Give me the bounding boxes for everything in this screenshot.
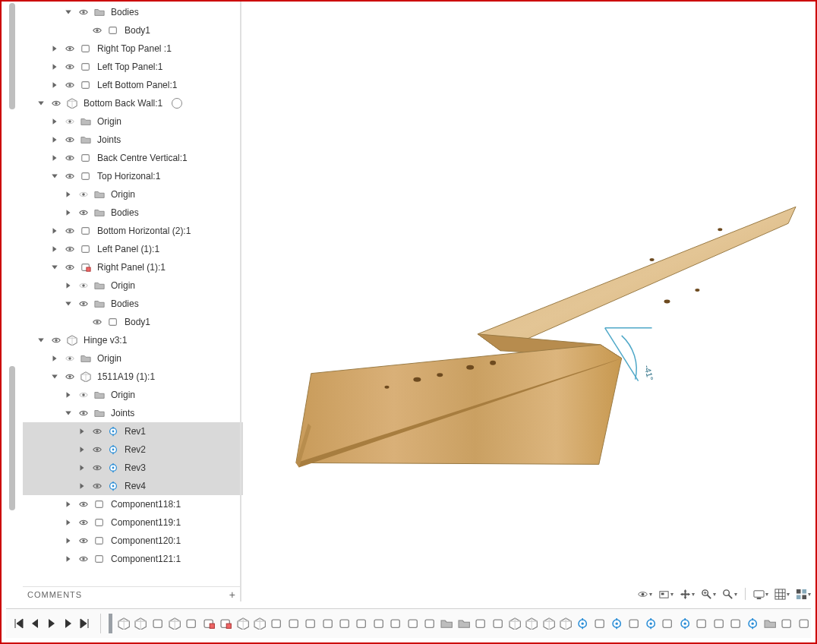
visibility-toggle[interactable] [62,352,77,365]
timeline-op[interactable] [406,614,420,633]
timeline-op[interactable] [780,614,793,633]
tree-item[interactable]: Rev1 [23,422,243,440]
visibility-toggle[interactable] [76,298,91,310]
tree-scrollbar[interactable] [6,2,20,579]
timeline-op[interactable] [321,614,335,633]
expand-toggle[interactable] [50,172,59,181]
expand-toggle[interactable] [50,135,59,144]
skip-start-button[interactable] [12,617,24,630]
tree-item[interactable]: Back Centre Vertical:1 [23,149,243,167]
tree-item[interactable]: Joints [23,404,243,422]
tree-item[interactable]: Bodies [23,295,243,313]
visibility-toggle[interactable] [90,316,105,328]
visibility-toggle[interactable] [76,207,91,219]
expand-toggle[interactable] [50,80,59,90]
timeline-op[interactable] [304,614,317,633]
timeline-op[interactable] [678,614,692,633]
timeline-marker[interactable] [109,614,112,633]
tree-item[interactable]: Component120:1 [23,532,243,550]
timeline-op[interactable] [168,614,181,633]
expand-toggle[interactable] [77,481,87,491]
tree-item[interactable]: Bodies [23,3,243,21]
expand-toggle[interactable] [36,99,46,108]
skip-end-button[interactable] [79,617,91,630]
visibility-toggle[interactable] [62,61,77,73]
visibility-toggle[interactable] [62,152,77,164]
timeline-op[interactable] [236,614,250,633]
play-button[interactable] [46,617,58,630]
activate-radio[interactable] [172,98,182,109]
tree-item[interactable]: Rev2 [23,440,243,459]
timeline-op[interactable] [627,614,641,633]
add-comment-button[interactable]: + [229,589,235,601]
tree-item[interactable]: Origin [23,349,243,368]
timeline-op[interactable] [729,614,743,633]
timeline-op[interactable] [712,614,726,633]
timeline-op[interactable] [593,614,607,633]
timeline-op[interactable] [202,614,216,633]
expand-toggle[interactable] [64,390,73,399]
visibility-toggle[interactable] [90,425,105,437]
tree-item[interactable]: Component119:1 [23,513,243,532]
timeline-op[interactable] [695,614,708,633]
tree-item[interactable]: Hinge v3:1 [23,331,243,349]
visibility-toggle[interactable] [62,243,77,255]
timeline-op[interactable] [117,614,131,633]
expand-toggle[interactable] [50,62,59,71]
timeline-op[interactable] [491,614,505,633]
visibility-toggle[interactable] [62,170,77,182]
browser-tree[interactable]: BodiesBody1Right Top Panel :1Left Top Pa… [23,2,243,579]
tree-item[interactable]: Rev3 [23,459,243,477]
tree-item[interactable]: Origin [23,185,243,204]
expand-toggle[interactable] [64,208,73,217]
timeline-op[interactable] [661,614,674,633]
visibility-toggle[interactable] [62,261,77,273]
expand-toggle[interactable] [64,536,73,545]
scroll-thumb[interactable] [9,3,15,109]
timeline-op[interactable] [389,614,402,633]
expand-toggle[interactable] [64,518,73,527]
expand-toggle[interactable] [64,500,73,509]
expand-toggle[interactable] [50,245,59,254]
fit-button[interactable]: ▾ [722,587,737,601]
model-canvas[interactable]: -41° [243,2,815,579]
timeline-op[interactable] [763,614,777,633]
tree-item[interactable]: Joints [23,131,243,149]
timeline-op[interactable] [644,614,658,633]
visibility-toggle[interactable] [76,279,91,292]
timeline-op[interactable] [151,614,165,633]
visibility-toggle[interactable] [62,371,77,383]
visibility-toggle[interactable] [62,43,77,55]
timeline[interactable] [6,608,811,638]
tree-item[interactable]: Origin [23,386,243,404]
pan-button[interactable]: ▾ [680,587,695,601]
timeline-op[interactable] [219,614,232,633]
timeline-op[interactable] [270,614,283,633]
lookat-button[interactable]: ▾ [658,587,673,601]
scroll-thumb[interactable] [9,366,15,510]
display-button[interactable]: ▾ [753,587,768,601]
timeline-op[interactable] [746,614,759,633]
visibility-toggle[interactable] [76,407,91,419]
zoom-button[interactable]: ▾ [701,587,716,601]
comments-bar[interactable]: COMMENTS + [23,586,241,602]
expand-toggle[interactable] [64,8,73,17]
visibility-toggle[interactable] [62,225,77,237]
tree-item[interactable]: Bottom Horizontal (2):1 [23,222,243,240]
visibility-toggle[interactable] [76,389,91,401]
timeline-op[interactable] [338,614,352,633]
visibility-toggle[interactable] [90,24,105,36]
visibility-toggle[interactable] [62,79,77,91]
timeline-op[interactable] [610,614,623,633]
expand-toggle[interactable] [64,554,73,564]
timeline-op[interactable] [576,614,589,633]
expand-toggle[interactable] [64,281,73,290]
step-fwd-button[interactable] [62,617,74,630]
visibility-toggle[interactable] [76,553,91,565]
grid-button[interactable]: ▾ [774,587,790,601]
tree-item[interactable]: Top Horizonal:1 [23,167,243,185]
expand-toggle[interactable] [64,409,73,418]
visibility-toggle[interactable] [62,134,77,146]
expand-toggle[interactable] [77,463,87,472]
expand-toggle[interactable] [50,44,59,53]
